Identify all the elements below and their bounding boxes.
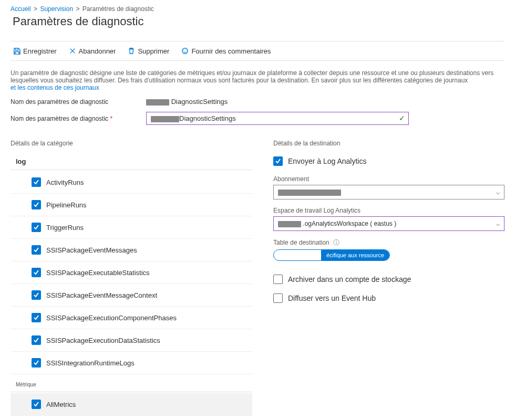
destination-header: Détails de la destination bbox=[273, 140, 504, 147]
checkbox-icon[interactable] bbox=[32, 245, 41, 255]
breadcrumb-monitor[interactable]: Supervision bbox=[40, 5, 73, 13]
name-input[interactable]: DiagnosticSettings ✓ bbox=[146, 112, 409, 125]
save-button[interactable]: Enregistrer bbox=[11, 46, 59, 56]
checkbox-icon[interactable] bbox=[273, 293, 283, 303]
checkbox-icon[interactable] bbox=[32, 223, 41, 232]
table-toggle[interactable]: écifique aux ressource bbox=[273, 249, 390, 261]
svg-point-0 bbox=[182, 48, 188, 54]
category-column: Détails de la catégorie log ActivityRuns… bbox=[11, 140, 252, 416]
discard-button[interactable]: Abandonner bbox=[66, 46, 118, 56]
category-ssis-eventmessages[interactable]: SSISPackageEventMessages bbox=[11, 239, 252, 261]
destination-column: Détails de la destination Envoyer à Log … bbox=[273, 140, 504, 416]
subscription-select[interactable]: ⌵ bbox=[273, 185, 504, 200]
log-group-title: log bbox=[11, 156, 252, 170]
valid-check-icon: ✓ bbox=[399, 114, 405, 122]
breadcrumb-home[interactable]: Accueil bbox=[11, 5, 31, 13]
archive-storage-row[interactable]: Archiver dans un compte de stockage bbox=[273, 275, 504, 284]
chevron-down-icon: ⌵ bbox=[496, 220, 500, 227]
send-log-analytics-row[interactable]: Envoyer à Log Analytics bbox=[273, 156, 504, 166]
checkbox-icon[interactable] bbox=[32, 268, 41, 277]
stream-eventhub-row[interactable]: Diffuser vers un Event Hub bbox=[273, 293, 504, 303]
category-ssis-runtimelogs[interactable]: SSISIntegrationRuntimeLogs bbox=[11, 352, 252, 374]
name-display-label: Nom des paramètres de diagnostic bbox=[11, 98, 131, 106]
name-display-value: DiagnosticSettings bbox=[146, 98, 228, 106]
save-icon bbox=[13, 47, 21, 55]
toggle-left-option[interactable] bbox=[274, 250, 321, 260]
category-activityruns[interactable]: ActivityRuns bbox=[11, 171, 252, 194]
svg-point-2 bbox=[186, 50, 187, 50]
workspace-select[interactable]: .ogAnalyticsWorkspace ( eastus ) ⌵ bbox=[273, 216, 504, 231]
checkbox-icon[interactable] bbox=[273, 275, 283, 284]
category-triggerruns[interactable]: TriggerRuns bbox=[11, 216, 252, 239]
command-bar: Enregistrer Abandonner Supprimer Fournir… bbox=[11, 41, 504, 61]
svg-point-1 bbox=[184, 50, 184, 50]
feedback-icon bbox=[181, 47, 189, 55]
discard-icon bbox=[68, 47, 77, 55]
checkbox-icon[interactable] bbox=[32, 200, 41, 209]
chevron-down-icon: ⌵ bbox=[496, 188, 500, 196]
name-display-row: Nom des paramètres de diagnostic Diagnos… bbox=[11, 98, 504, 106]
checkbox-icon[interactable] bbox=[32, 358, 41, 368]
category-ssis-execstats[interactable]: SSISPackageExecutableStatistics bbox=[11, 261, 252, 284]
checkbox-icon[interactable] bbox=[32, 177, 41, 187]
page-title: Paramètres de diagnostic bbox=[13, 15, 504, 28]
category-ssis-msgcontext[interactable]: SSISPackageEventMessageContext bbox=[11, 284, 252, 307]
delete-button[interactable]: Supprimer bbox=[125, 46, 171, 56]
category-ssis-datastats[interactable]: SSISPackageExecutionDataStatistics bbox=[11, 329, 252, 352]
category-allmetrics[interactable]: AllMetrics bbox=[11, 393, 252, 416]
checkbox-icon[interactable] bbox=[32, 335, 41, 345]
category-ssis-compphases[interactable]: SSISPackageExecutionComponentPhases bbox=[11, 307, 252, 329]
breadcrumb: Accueil > Supervision > Paramètres de di… bbox=[11, 5, 504, 13]
description-text: Un paramètre de diagnostic désigne une l… bbox=[11, 69, 504, 91]
name-edit-label: Nom des paramètres de diagnostic bbox=[11, 115, 131, 122]
delete-icon bbox=[127, 47, 136, 55]
table-label: Table de destination ⓘ bbox=[273, 238, 504, 247]
category-header: Détails de la catégorie bbox=[11, 140, 252, 147]
workspace-label: Espace de travail Log Analytics bbox=[273, 207, 504, 214]
learn-more-link[interactable]: et les contenus de ces journaux bbox=[11, 84, 99, 91]
checkbox-icon[interactable] bbox=[273, 156, 283, 166]
name-edit-row: Nom des paramètres de diagnostic Diagnos… bbox=[11, 112, 504, 125]
subscription-label: Abonnement bbox=[273, 175, 504, 183]
category-pipelineruns[interactable]: PipelineRuns bbox=[11, 194, 252, 216]
feedback-button[interactable]: Fournir des commentaires bbox=[179, 46, 273, 56]
breadcrumb-current: Paramètres de diagnostic bbox=[83, 5, 154, 13]
checkbox-icon[interactable] bbox=[32, 313, 41, 322]
checkbox-icon[interactable] bbox=[32, 400, 41, 409]
metric-group-title: Métrique bbox=[11, 374, 252, 392]
info-icon[interactable]: ⓘ bbox=[333, 239, 339, 246]
toggle-right-option[interactable]: écifique aux ressource bbox=[321, 250, 389, 260]
checkbox-icon[interactable] bbox=[32, 290, 41, 300]
